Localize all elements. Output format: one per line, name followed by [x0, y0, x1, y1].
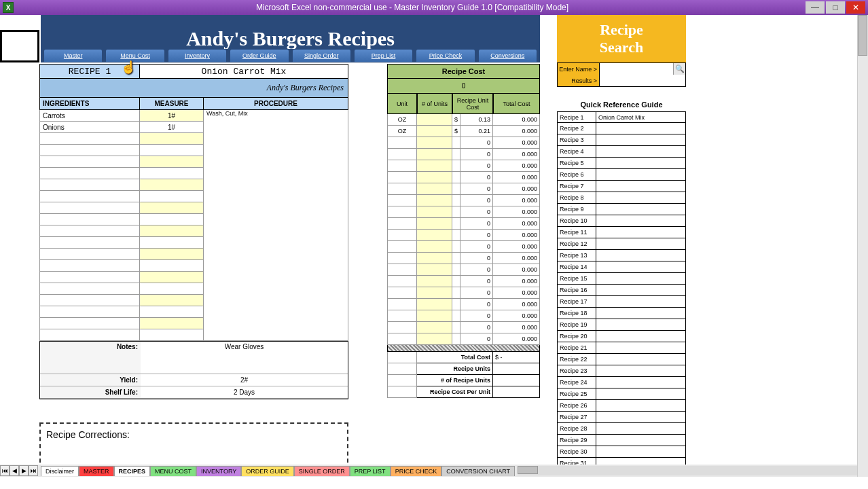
ingredient-cell[interactable] — [39, 191, 140, 202]
cost-cell-t[interactable]: 0.000 — [493, 183, 540, 195]
sheet-tab-disclaimer[interactable]: Disclaimer — [41, 466, 79, 476]
cost-cell-d[interactable] — [452, 264, 460, 276]
cost-cell-d[interactable] — [452, 276, 460, 287]
cost-cell-u[interactable] — [387, 310, 417, 322]
nav-tab-master[interactable]: Master — [43, 49, 103, 62]
ingredient-cell[interactable] — [39, 214, 140, 225]
sheet-tab-conversion-chart[interactable]: CONVERSION CHART — [441, 466, 515, 476]
cost-cell-t[interactable]: 0.000 — [493, 172, 540, 183]
cost-cell-d[interactable] — [452, 172, 460, 183]
nav-tab-order-guide[interactable]: Order Guide — [230, 49, 289, 62]
scroll-thumb[interactable] — [858, 15, 867, 56]
cost-cell-r[interactable]: 0 — [460, 137, 493, 149]
quickref-label[interactable]: Recipe 28 — [557, 423, 596, 435]
cost-cell-t[interactable]: 0.000 — [493, 264, 540, 276]
cost-sum-value[interactable] — [493, 375, 540, 386]
cost-cell-n[interactable] — [417, 172, 452, 183]
quickref-value[interactable] — [596, 423, 686, 435]
cost-cell-d[interactable] — [452, 287, 460, 299]
shelf-value[interactable]: 2 Days — [141, 386, 348, 398]
cost-cell-n[interactable] — [417, 241, 452, 253]
quickref-label[interactable]: Recipe 12 — [557, 238, 596, 250]
measure-cell[interactable] — [140, 133, 204, 145]
cost-cell-r[interactable]: 0 — [460, 299, 493, 310]
cost-cell-u[interactable]: OZ — [387, 126, 417, 137]
cost-cell-r[interactable]: 0 — [460, 149, 493, 160]
cost-cell-n[interactable] — [417, 299, 452, 310]
cost-cell-n[interactable] — [417, 137, 452, 149]
cost-cell-u[interactable] — [387, 322, 417, 333]
quickref-value[interactable] — [596, 342, 686, 354]
measure-cell[interactable] — [140, 225, 204, 237]
cost-cell-d[interactable] — [452, 299, 460, 310]
quickref-value[interactable] — [596, 319, 686, 331]
quickref-label[interactable]: Recipe 13 — [557, 250, 596, 261]
cost-cell-n[interactable] — [417, 253, 452, 264]
quickref-value[interactable] — [596, 296, 686, 308]
measure-cell[interactable] — [140, 306, 204, 318]
quickref-label[interactable]: Recipe 4 — [557, 146, 596, 158]
measure-cell[interactable] — [140, 237, 204, 249]
quickref-label[interactable]: Recipe 26 — [557, 400, 596, 412]
search-input[interactable] — [600, 63, 673, 75]
sheet-nav-button[interactable]: ⏮ — [0, 465, 10, 476]
sheet-tab-recipes[interactable]: RECIPES — [114, 466, 151, 476]
maximize-button[interactable]: □ — [826, 1, 845, 14]
cost-cell-n[interactable] — [417, 230, 452, 241]
ingredient-cell[interactable] — [39, 237, 140, 249]
quickref-label[interactable]: Recipe 5 — [557, 158, 596, 169]
sheet-tab-price-check[interactable]: PRICE CHECK — [391, 466, 442, 476]
measure-cell[interactable] — [140, 168, 204, 179]
cost-cell-r[interactable]: 0 — [460, 241, 493, 253]
cost-cell-t[interactable]: 0.000 — [493, 322, 540, 333]
quickref-value[interactable] — [596, 169, 686, 181]
quickref-value[interactable] — [596, 123, 686, 134]
cost-cell-r[interactable]: 0 — [460, 287, 493, 299]
hscroll-thumb[interactable] — [518, 466, 538, 474]
cost-cell-r[interactable]: 0 — [460, 172, 493, 183]
cost-cell-d[interactable] — [452, 195, 460, 206]
quickref-value[interactable] — [596, 227, 686, 238]
quickref-label[interactable]: Recipe 25 — [557, 388, 596, 400]
cost-cell-d[interactable] — [452, 322, 460, 333]
cost-cell-t[interactable]: 0.000 — [493, 149, 540, 160]
sheet-tab-master[interactable]: MASTER — [79, 466, 114, 476]
cost-cell-r[interactable]: 0 — [460, 195, 493, 206]
cost-cell-r[interactable]: 0 — [460, 333, 493, 345]
quickref-label[interactable]: Recipe 11 — [557, 227, 596, 238]
sheet-nav-button[interactable]: ◀ — [10, 465, 19, 476]
ingredient-cell[interactable] — [39, 168, 140, 179]
nav-tab-price-check[interactable]: Price Check — [416, 49, 475, 62]
quickref-label[interactable]: Recipe 2 — [557, 123, 596, 134]
measure-cell[interactable] — [140, 156, 204, 168]
quickref-label[interactable]: Recipe 7 — [557, 181, 596, 192]
ingredient-cell[interactable] — [39, 283, 140, 295]
cost-cell-r[interactable]: 0.21 — [460, 126, 493, 137]
cost-cell-r[interactable]: 0 — [460, 218, 493, 230]
nav-tab-conversions[interactable]: Conversions — [478, 49, 537, 62]
cost-cell-d[interactable]: $ — [452, 126, 460, 137]
sheet-nav-button[interactable]: ⏭ — [29, 465, 38, 476]
sheet-tab-single-order[interactable]: SINGLE ORDER — [294, 466, 350, 476]
cost-cell-t[interactable]: 0.000 — [493, 218, 540, 230]
cost-cell-n[interactable] — [417, 310, 452, 322]
quickref-value[interactable] — [596, 146, 686, 158]
cost-cell-t[interactable]: 0.000 — [493, 160, 540, 172]
quickref-value[interactable] — [596, 446, 686, 458]
quickref-value[interactable] — [596, 435, 686, 446]
quickref-value[interactable] — [596, 273, 686, 285]
quickref-label[interactable]: Recipe 22 — [557, 354, 596, 365]
cost-cell-n[interactable] — [417, 160, 452, 172]
measure-cell[interactable] — [140, 318, 204, 329]
cost-cell-t[interactable]: 0.000 — [493, 333, 540, 345]
quickref-value[interactable] — [596, 261, 686, 273]
ingredient-cell[interactable] — [39, 145, 140, 156]
measure-cell[interactable] — [140, 329, 204, 341]
cost-cell-n[interactable] — [417, 195, 452, 206]
cost-cell-d[interactable] — [452, 137, 460, 149]
quickref-label[interactable]: Recipe 23 — [557, 365, 596, 377]
cost-cell-t[interactable]: 0.000 — [493, 137, 540, 149]
cost-cell-u[interactable] — [387, 241, 417, 253]
cost-cell-d[interactable] — [452, 160, 460, 172]
quickref-label[interactable]: Recipe 14 — [557, 261, 596, 273]
